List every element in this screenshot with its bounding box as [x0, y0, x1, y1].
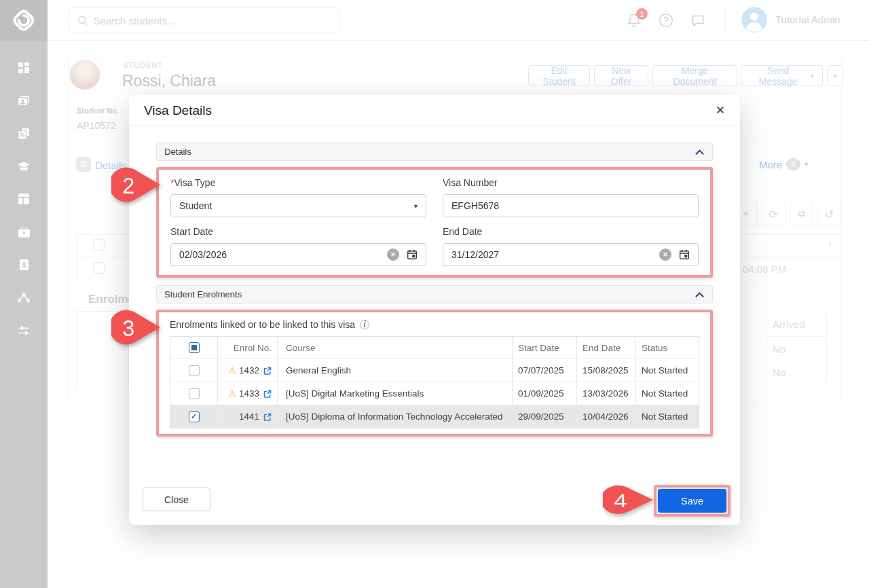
modal-body: Details *Visa Type Student ▾ Visa Number — [129, 143, 740, 437]
tab-details[interactable]: Details — [95, 160, 126, 171]
bg-checkbox[interactable] — [93, 239, 105, 251]
end-date-input[interactable] — [451, 249, 659, 260]
enrol-no: 1441 — [239, 411, 259, 422]
bg-arrived-value: No — [773, 367, 785, 378]
chevron-up-icon — [695, 291, 705, 298]
start-date-input[interactable] — [179, 249, 387, 260]
user-name[interactable]: Tutorial Admin — [775, 14, 840, 25]
student-no-label: Student No. — [77, 107, 119, 115]
help-icon — [658, 12, 674, 29]
external-link-icon[interactable] — [263, 390, 272, 398]
calendar-icon[interactable] — [679, 249, 690, 260]
offers-icon — [18, 128, 30, 140]
visa-details-modal: Visa Details ✕ Details *Visa Type Studen… — [129, 95, 740, 525]
col-status: Status — [636, 337, 699, 359]
row-start-date: 29/09/2025 — [513, 405, 577, 428]
more-label: More — [759, 159, 782, 170]
modal-title: Visa Details — [144, 103, 212, 118]
chat-icon — [690, 12, 706, 29]
copy-button[interactable]: ⧉ — [790, 202, 813, 226]
details-section-header[interactable]: Details — [156, 143, 713, 161]
search-icon — [77, 14, 88, 26]
avatar-icon — [741, 7, 767, 33]
classes-icon — [18, 193, 30, 205]
warning-icon: ⚠ — [228, 388, 236, 399]
sidebar-item-courses[interactable] — [0, 160, 48, 172]
info-icon[interactable]: i — [360, 320, 369, 329]
table-row[interactable]: ⚠1433[UoS] Digital Marketing Essentials0… — [170, 382, 699, 405]
send-message-button[interactable]: Send Message▾ — [741, 65, 823, 86]
app-logo[interactable] — [0, 0, 48, 41]
merge-document-button[interactable]: Merge Document — [652, 65, 737, 86]
select-all-checkbox[interactable] — [189, 342, 200, 353]
row-checkbox[interactable] — [189, 388, 200, 399]
external-link-icon[interactable] — [263, 367, 272, 375]
edit-student-button[interactable]: Edit Student — [528, 65, 590, 86]
bg-checkbox[interactable] — [93, 262, 105, 274]
top-header: 1 Tutorial Admin — [48, 0, 869, 41]
help-button[interactable] — [658, 12, 674, 29]
table-row[interactable]: ✓1441[UoS] Diploma of Information Techno… — [170, 405, 699, 428]
bg-divider — [77, 350, 128, 350]
table-row[interactable]: ⚠1432General English07/07/202515/08/2025… — [170, 359, 699, 382]
warning-icon: ⚠ — [228, 365, 236, 375]
chat-button[interactable] — [690, 12, 706, 29]
save-highlight-box: Save — [654, 485, 731, 517]
close-icon[interactable]: ✕ — [716, 105, 725, 116]
bg-divider — [733, 257, 840, 257]
caret-down-icon: ▾ — [833, 73, 836, 79]
enrolments-table-body: ⚠1432General English07/07/202515/08/2025… — [170, 359, 699, 428]
sidebar-item-students[interactable] — [0, 94, 48, 107]
more-count-badge: 4 — [786, 158, 800, 170]
close-button[interactable]: Close — [143, 488, 210, 511]
visa-type-label: *Visa Type — [170, 177, 426, 188]
sidebar-item-network[interactable] — [0, 291, 48, 304]
row-status: Not Started — [636, 359, 699, 382]
sidebar-item-offers[interactable] — [0, 128, 48, 140]
user-avatar[interactable] — [741, 7, 767, 33]
caret-down-icon: ▾ — [811, 73, 814, 79]
external-link-icon[interactable] — [263, 413, 272, 421]
enrolments-table: Enrol No. Course Start Date End Date Sta… — [170, 336, 699, 428]
svg-text:$: $ — [22, 261, 26, 269]
enrol-no: 1432 — [239, 365, 259, 375]
history-button[interactable]: ↺ — [817, 202, 841, 226]
refresh-button[interactable]: ⟳ — [762, 202, 785, 226]
table-header-row: Enrol No. Course Start Date End Date Sta… — [170, 337, 699, 359]
more-actions-button[interactable]: ▾ — [827, 65, 843, 86]
new-offer-button[interactable]: New Offer — [594, 65, 648, 86]
notifications-button[interactable]: 1 — [626, 12, 642, 29]
sidebar-item-settings[interactable] — [0, 325, 48, 337]
col-enrol-no: Enrol No. — [218, 337, 278, 359]
clear-icon[interactable]: ✕ — [659, 249, 671, 261]
col-course: Course — [278, 337, 513, 359]
sidebar-item-agents[interactable] — [0, 226, 48, 238]
tab-more[interactable]: More 4 ▾ — [759, 158, 808, 170]
bg-divider — [766, 336, 827, 337]
row-start-date: 01/09/2025 — [513, 382, 577, 405]
search-box[interactable] — [68, 7, 339, 33]
enrolments-highlight-box: Enrolments linked or to be linked to thi… — [156, 310, 713, 437]
student-no-value: AP10572 — [77, 120, 116, 131]
calendar-icon[interactable] — [407, 249, 418, 260]
search-input[interactable] — [94, 15, 331, 26]
visa-number-input[interactable] — [451, 200, 690, 211]
bg-arrived-value: No — [773, 344, 785, 355]
sidebar-item-classes[interactable] — [0, 193, 48, 205]
course-name: [UoS] Digital Marketing Essentials — [278, 382, 513, 405]
enrolments-section-header[interactable]: Student Enrolments — [156, 285, 713, 304]
sidebar-item-finance[interactable]: $ — [0, 259, 48, 271]
start-date-field-wrap: ✕ — [170, 243, 426, 266]
row-end-date: 13/03/2026 — [577, 382, 636, 405]
clear-icon[interactable]: ✕ — [387, 249, 399, 261]
row-checkbox[interactable] — [189, 365, 200, 376]
save-button[interactable]: Save — [658, 489, 726, 513]
sidebar-item-dashboard[interactable] — [0, 62, 48, 74]
sort-arrow-icon[interactable]: ↑ — [828, 238, 833, 250]
start-date-label: Start Date — [170, 226, 426, 237]
row-checkbox[interactable]: ✓ — [189, 411, 200, 422]
row-start-date: 07/07/2025 — [513, 359, 577, 382]
visa-type-select[interactable]: Student ▾ — [170, 194, 426, 217]
header-divider — [725, 5, 726, 35]
entity-label: STUDENT — [123, 61, 163, 69]
